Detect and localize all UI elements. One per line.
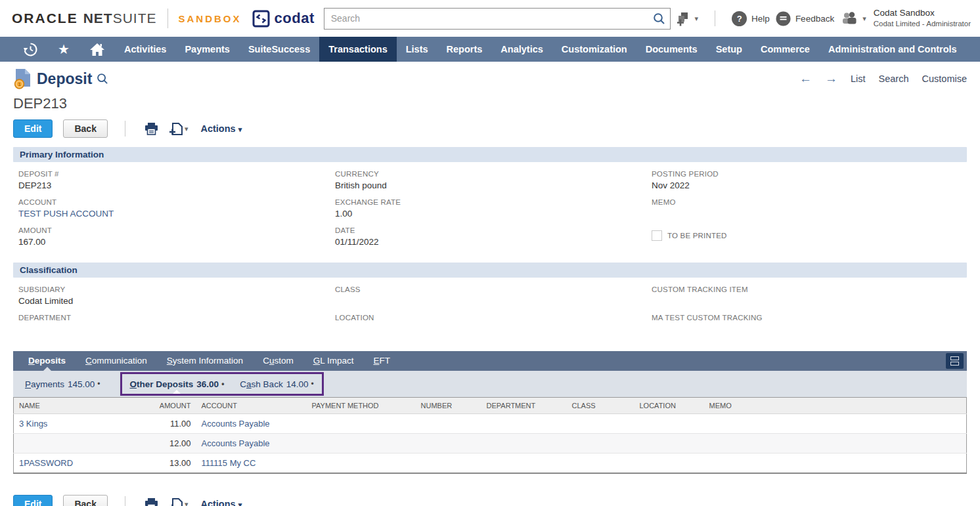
actions-label: Actions xyxy=(200,499,235,506)
nav-item-analytics[interactable]: Analytics xyxy=(491,37,552,62)
edit-button[interactable]: Edit xyxy=(13,119,53,138)
save-pdf-menu[interactable]: ▾ xyxy=(167,122,190,136)
help-button[interactable]: ? Help xyxy=(732,11,770,26)
nav-item-more[interactable]: ... xyxy=(975,37,980,62)
nav-item-setup[interactable]: Setup xyxy=(707,37,751,62)
search-link[interactable]: Search xyxy=(879,74,909,84)
column-header-number[interactable]: NUMBER xyxy=(416,398,481,414)
toggle-rows-icon[interactable] xyxy=(946,353,964,369)
nav-item-documents[interactable]: Documents xyxy=(636,37,707,62)
subtab-payments[interactable]: Payments 145.00 • xyxy=(25,371,100,397)
tab-deposits[interactable]: Deposits xyxy=(18,351,76,371)
primary-information-fields: DEPOSIT # DEP213 ACCOUNT TEST PUSH ACCOU… xyxy=(13,162,967,255)
cell-account-link[interactable]: Accounts Payable xyxy=(196,414,307,434)
field-label: DATE xyxy=(335,226,652,234)
other-deposits-table: NAME AMOUNT ACCOUNT PAYMENT METHOD NUMBE… xyxy=(13,397,967,474)
create-new-menu[interactable]: ▾ xyxy=(675,11,699,26)
top-header: ORACLE NET SUITE SANDBOX codat xyxy=(0,0,980,37)
column-header-name[interactable]: NAME xyxy=(14,398,145,414)
cell-location xyxy=(635,434,704,453)
next-record-arrow-icon[interactable]: → xyxy=(825,72,837,86)
codat-logo-icon xyxy=(252,10,270,28)
cell-account-link[interactable]: Accounts Payable xyxy=(196,434,307,453)
field-location: LOCATION xyxy=(335,314,652,335)
customise-link[interactable]: Customise xyxy=(922,74,968,84)
cell-department xyxy=(481,414,567,434)
field-currency: CURRENCY British pound xyxy=(335,170,652,192)
nav-item-transactions[interactable]: Transactions xyxy=(319,37,396,62)
actions-menu[interactable]: Actions ▾ xyxy=(200,123,242,134)
tab-accesskey: D xyxy=(28,356,35,366)
cell-name-link[interactable]: 3 Kings xyxy=(14,414,145,434)
search-icon[interactable] xyxy=(653,12,665,25)
nav-item-reports[interactable]: Reports xyxy=(437,37,492,62)
tab-gl-impact[interactable]: GL Impact xyxy=(303,351,364,371)
nav-item-customization[interactable]: Customization xyxy=(552,37,636,62)
nav-item-suitesuccess[interactable]: SuiteSuccess xyxy=(239,37,319,62)
edit-button[interactable]: Edit xyxy=(13,495,53,506)
column-header-department[interactable]: DEPARTMENT xyxy=(481,398,567,414)
section-header-primary-information: Primary Information xyxy=(13,147,967,162)
cell-class xyxy=(567,453,635,474)
home-icon[interactable] xyxy=(79,37,115,62)
back-button[interactable]: Back xyxy=(63,495,107,506)
netsuite-logo-text-net: NET xyxy=(83,11,113,26)
roles-menu[interactable]: ▾ xyxy=(840,11,866,26)
field-class: CLASS xyxy=(335,285,652,307)
field-value xyxy=(18,324,335,335)
print-icon[interactable] xyxy=(143,123,160,135)
top-action-bar: Edit Back ▾ Actions ▾ xyxy=(13,118,967,139)
subtab-amount: 145.00 xyxy=(68,379,95,389)
nav-item-activities[interactable]: Activities xyxy=(115,37,175,62)
to-be-printed-checkbox[interactable] xyxy=(652,230,662,241)
back-button[interactable]: Back xyxy=(63,119,107,138)
cell-name-link[interactable]: 1PASSWORD xyxy=(14,453,145,474)
account-link[interactable]: TEST PUSH ACCOUNT xyxy=(18,209,335,220)
nav-item-commerce[interactable]: Commerce xyxy=(751,37,819,62)
subtab-other-deposits[interactable]: Other Deposits 36.00 • xyxy=(130,374,225,394)
tab-custom[interactable]: Custom xyxy=(253,351,303,371)
column-header-memo[interactable]: MEMO xyxy=(704,398,967,414)
previous-record-arrow-icon[interactable]: ← xyxy=(799,72,812,86)
nav-item-lists[interactable]: Lists xyxy=(397,37,437,62)
help-icon: ? xyxy=(732,11,747,26)
title-search-icon[interactable] xyxy=(97,73,108,85)
column-header-account[interactable]: ACCOUNT xyxy=(196,398,307,414)
global-search-input[interactable] xyxy=(324,8,671,30)
column-header-amount[interactable]: AMOUNT xyxy=(145,398,196,414)
column-header-class[interactable]: CLASS xyxy=(567,398,635,414)
save-pdf-menu[interactable]: ▾ xyxy=(167,497,190,506)
subtab-label: sh Back xyxy=(252,379,283,389)
field-value: 01/11/2022 xyxy=(335,237,652,248)
bullet-icon: • xyxy=(221,379,224,389)
field-label: MA TEST CUSTOM TRACKING xyxy=(652,314,962,322)
print-icon[interactable] xyxy=(143,498,160,506)
column-header-location[interactable]: LOCATION xyxy=(635,398,704,414)
primary-col-3: POSTING PERIOD Nov 2022 MEMO TO BE PRINT… xyxy=(652,170,962,255)
feedback-button[interactable]: Feedback xyxy=(776,11,834,26)
nav-item-payments[interactable]: Payments xyxy=(175,37,239,62)
subtab-cash-back[interactable]: Cash Back 14.00 • xyxy=(240,374,313,394)
tab-system-information[interactable]: System Information xyxy=(157,351,253,371)
field-value: 1.00 xyxy=(335,209,652,220)
bullet-icon: • xyxy=(311,379,313,389)
classification-col-1: SUBSIDIARY Codat Limited DEPARTMENT xyxy=(18,285,335,342)
tab-accesskey: G xyxy=(313,356,321,366)
account-info[interactable]: Codat Sandbox Codat Limited - Administra… xyxy=(874,8,971,28)
column-header-payment-method[interactable]: PAYMENT METHOD xyxy=(307,398,416,414)
shortcuts-star-icon[interactable]: ★ xyxy=(48,37,79,62)
cell-number xyxy=(416,434,481,453)
cell-number xyxy=(416,414,481,434)
recent-records-icon[interactable] xyxy=(13,37,48,62)
actions-menu[interactable]: Actions ▾ xyxy=(200,499,242,506)
list-link[interactable]: List xyxy=(851,74,866,84)
nav-item-administration[interactable]: Administration and Controls xyxy=(819,37,966,62)
cell-class xyxy=(567,414,635,434)
tab-communication[interactable]: Communication xyxy=(76,351,157,371)
table-row: 12.00 Accounts Payable xyxy=(14,434,967,453)
cell-account-link[interactable]: 111115 My CC xyxy=(196,453,307,474)
tab-eft[interactable]: EFT xyxy=(363,351,400,371)
cell-amount: 13.00 xyxy=(145,453,196,474)
help-label: Help xyxy=(751,14,770,24)
field-value xyxy=(652,296,962,307)
